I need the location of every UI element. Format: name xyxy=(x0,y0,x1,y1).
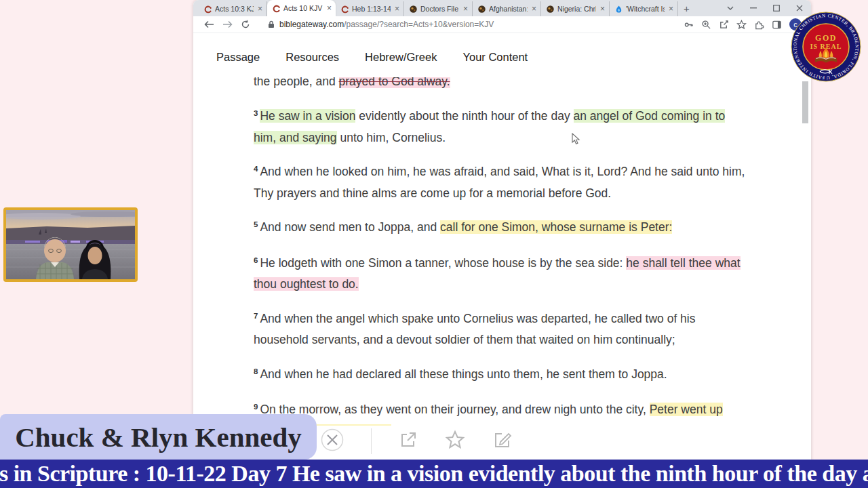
maximize-button[interactable] xyxy=(765,0,788,16)
verse-text: the people, and xyxy=(254,77,339,88)
side-panel-icon[interactable] xyxy=(772,20,782,30)
browser-tab[interactable]: Acts 10:3 KJV× xyxy=(199,1,267,16)
tab-search-chevron-icon[interactable] xyxy=(719,0,742,16)
ticker-text: ls in Scripture : 10-11-22 Day 7 He saw … xyxy=(0,461,868,487)
tab-title: Afghanistan: Ta xyxy=(489,5,528,13)
tab-favicon xyxy=(272,4,281,13)
verse-text: And when he had declared all these thing… xyxy=(260,367,667,381)
browser-tab[interactable]: Nigeria: Christi× xyxy=(541,1,610,16)
verse-number: 4 xyxy=(254,165,258,173)
verse-paragraph: 6He lodgeth with one Simon a tanner, who… xyxy=(254,253,749,295)
browser-tab[interactable]: Heb 1:13-14 K× xyxy=(336,1,404,16)
close-panel-icon[interactable] xyxy=(321,428,344,454)
bookmark-star-icon[interactable] xyxy=(736,20,747,30)
screen: { "browser": { "tabs": [ {"label": "Acts… xyxy=(0,0,868,488)
share-icon[interactable] xyxy=(719,20,729,30)
logo-text-line1: GOD xyxy=(815,33,837,43)
speaker-names: Chuck & Rlyn Kennedy xyxy=(15,421,302,453)
highlighted-text: prayed to God alway. xyxy=(339,77,450,88)
verse-text: evidently about the ninth hour of the da… xyxy=(355,109,573,123)
tab-title: 'Witchcraft Is N xyxy=(626,5,665,13)
tab-favicon xyxy=(203,5,212,14)
tab-title: Doctors File La xyxy=(420,5,459,13)
browser-toolbar: biblegateway.com/passage/?search=Acts+10… xyxy=(193,16,811,33)
lock-icon xyxy=(268,20,275,28)
tab-close-icon[interactable]: × xyxy=(326,4,333,12)
edit-note-icon[interactable] xyxy=(492,430,513,453)
nav-item-resources[interactable]: Resources xyxy=(285,51,339,64)
site-nav: PassageResourcesHebrew/GreekYour Content xyxy=(216,51,528,64)
verse-number: 9 xyxy=(254,403,258,411)
tab-title: Acts 10 KJV - xyxy=(283,4,323,12)
extensions-puzzle-icon[interactable] xyxy=(754,20,764,30)
verse-text: He lodgeth with one Simon a tanner, whos… xyxy=(260,256,626,270)
tab-favicon xyxy=(546,5,555,14)
scrollbar-thumb[interactable] xyxy=(802,81,808,123)
tab-title: Acts 10:3 KJV xyxy=(215,5,254,13)
mouse-cursor xyxy=(572,133,580,148)
tab-close-icon[interactable]: × xyxy=(462,5,469,13)
verse-number: 3 xyxy=(254,109,258,117)
verse-number: 7 xyxy=(254,312,258,320)
browser-tab[interactable]: Afghanistan: Ta× xyxy=(473,1,541,16)
tab-title: Nigeria: Christi xyxy=(557,5,596,13)
browser-tab[interactable]: Acts 10 KJV -× xyxy=(267,0,336,16)
verse-paragraph: 8And when he had declared all these thin… xyxy=(254,365,749,386)
webcam-video-overlay xyxy=(3,207,138,282)
highlighted-text: call for one Simon, whose surname is Pet… xyxy=(440,220,672,234)
browser-tab[interactable]: Doctors File La× xyxy=(404,1,473,16)
browser-tab[interactable]: 'Witchcraft Is N× xyxy=(610,1,678,16)
reload-icon[interactable] xyxy=(241,20,250,29)
verse-number: 6 xyxy=(254,256,258,264)
url-domain: biblegateway.com xyxy=(279,20,344,29)
verse-paragraph: 3He saw in a vision evidently about the … xyxy=(254,106,749,148)
password-key-icon[interactable] xyxy=(684,20,694,30)
nav-item-hebrew-greek[interactable]: Hebrew/Greek xyxy=(365,51,437,64)
nav-item-your-content[interactable]: Your Content xyxy=(462,51,528,64)
tab-close-icon[interactable]: × xyxy=(256,5,264,13)
tab-close-icon[interactable]: × xyxy=(393,5,401,13)
new-tab-button[interactable]: + xyxy=(678,3,696,16)
verse-paragraph: 5And now send men to Joppa, and call for… xyxy=(254,218,749,239)
verse-text: And when he looked on him, he was afraid… xyxy=(254,165,745,200)
forward-icon[interactable] xyxy=(222,20,233,28)
zoom-icon[interactable] xyxy=(701,20,711,30)
ministry-logo: FAITH INTERNATIONAL CHRISTIAN CENTER, BR… xyxy=(791,12,861,82)
tab-title: Heb 1:13-14 K xyxy=(352,5,391,13)
tab-favicon xyxy=(409,5,418,14)
tab-close-icon[interactable]: × xyxy=(599,5,606,13)
nav-item-passage[interactable]: Passage xyxy=(216,51,260,64)
verse-text: On the morrow, as they went on their jou… xyxy=(260,403,649,416)
tab-favicon xyxy=(614,5,623,14)
verse-text: And now send men to Joppa, and xyxy=(260,220,440,234)
footer-divider xyxy=(371,428,372,454)
verse-text: unto him, Cornelius. xyxy=(337,131,446,144)
verse-number: 5 xyxy=(254,220,258,228)
verse-paragraph: 4And when he looked on him, he was afrai… xyxy=(254,162,749,203)
minimize-button[interactable] xyxy=(742,0,765,16)
name-banner: Chuck & Rlyn Kennedy xyxy=(0,414,317,460)
ticker-bar: ls in Scripture : 10-11-22 Day 7 He saw … xyxy=(0,460,868,488)
favorite-star-icon[interactable] xyxy=(445,430,465,453)
address-bar[interactable]: biblegateway.com/passage/?search=Acts+10… xyxy=(268,20,494,29)
highlighted-text: He saw in a vision xyxy=(260,109,355,123)
verse-paragraph: the people, and prayed to God alway. xyxy=(254,77,749,92)
scripture-verses: the people, and prayed to God alway.3He … xyxy=(254,77,749,455)
verse-number: 8 xyxy=(254,367,258,375)
webcam-scene xyxy=(6,210,135,279)
verse-text: And when the angel which spake unto Corn… xyxy=(254,312,695,347)
url-path: /passage/?search=Acts+10&version=KJV xyxy=(344,20,494,29)
tab-favicon xyxy=(340,5,349,14)
back-icon[interactable] xyxy=(204,20,214,28)
tab-close-icon[interactable]: × xyxy=(530,5,538,13)
external-share-icon[interactable] xyxy=(399,430,418,452)
verse-paragraph: 7And when the angel which spake unto Cor… xyxy=(254,309,749,350)
tab-favicon xyxy=(477,5,486,14)
tab-strip: Acts 10:3 KJV×Acts 10 KJV -×Heb 1:13-14 … xyxy=(193,0,678,16)
tab-close-icon[interactable]: × xyxy=(667,5,675,13)
tab-bar: Acts 10:3 KJV×Acts 10 KJV -×Heb 1:13-14 … xyxy=(193,0,811,16)
